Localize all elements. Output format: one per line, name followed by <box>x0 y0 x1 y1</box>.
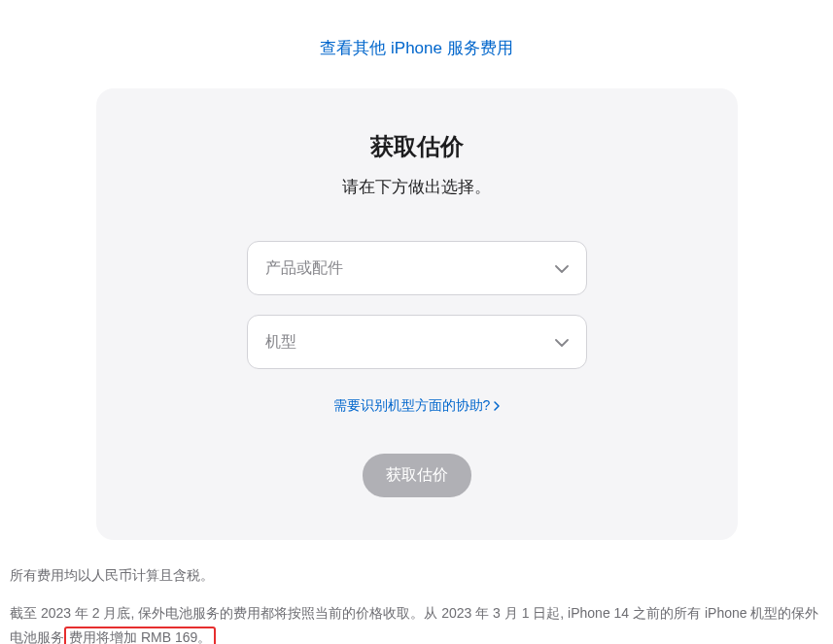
chevron-right-icon <box>494 398 500 414</box>
footer-text: 所有费用均以人民币计算且含税。 截至 2023 年 2 月底, 保外电池服务的费… <box>0 540 833 644</box>
product-select[interactable]: 产品或配件 <box>247 241 587 295</box>
estimate-card: 获取估价 请在下方做出选择。 产品或配件 机型 需要识别机型方面的协助? <box>96 88 738 540</box>
help-link-text: 需要识别机型方面的协助? <box>333 397 491 415</box>
other-iphone-service-link[interactable]: 查看其他 iPhone 服务费用 <box>320 39 512 57</box>
chevron-down-icon <box>555 259 569 277</box>
model-select-wrapper: 机型 <box>247 315 587 369</box>
model-select-placeholder: 机型 <box>265 332 296 353</box>
help-link-container: 需要识别机型方面的协助? <box>333 396 501 415</box>
model-select[interactable]: 机型 <box>247 315 587 369</box>
get-estimate-button[interactable]: 获取估价 <box>363 454 471 497</box>
card-subtitle: 请在下方做出选择。 <box>342 176 491 198</box>
chevron-down-icon <box>555 333 569 351</box>
top-link-container: 查看其他 iPhone 服务费用 <box>0 0 833 88</box>
product-select-wrapper: 产品或配件 <box>247 241 587 295</box>
footer-line1: 所有费用均以人民币计算且含税。 <box>10 563 823 588</box>
footer-line2: 截至 2023 年 2 月底, 保外电池服务的费用都将按照当前的价格收取。从 2… <box>10 601 823 644</box>
price-increase-highlight: 费用将增加 RMB 169。 <box>64 627 216 644</box>
product-select-placeholder: 产品或配件 <box>265 258 343 279</box>
identify-model-help-link[interactable]: 需要识别机型方面的协助? <box>333 397 501 415</box>
card-title: 获取估价 <box>370 131 464 162</box>
